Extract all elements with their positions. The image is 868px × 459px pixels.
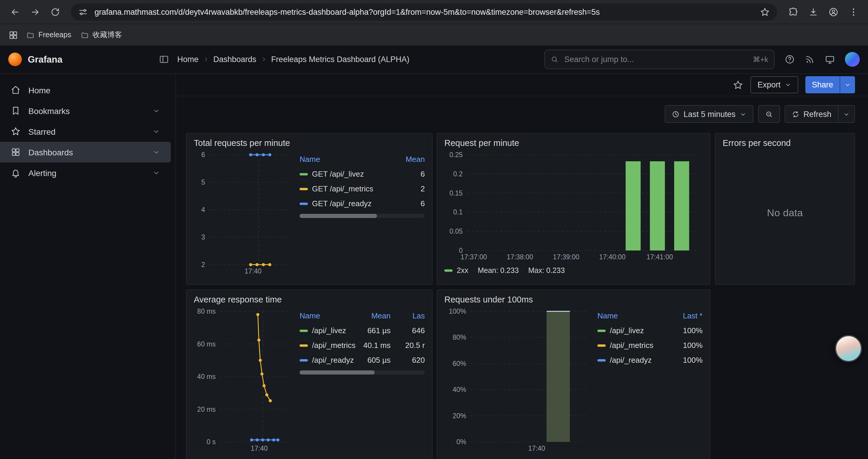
chevron-down-icon[interactable] bbox=[152, 148, 160, 156]
reload-button[interactable] bbox=[46, 3, 64, 21]
requests-under-100ms-chart[interactable]: 100%80%60%40%20%0%17:40 bbox=[444, 307, 591, 453]
legend-row[interactable]: GET /api/_readyz6 bbox=[300, 196, 425, 211]
sidebar-item-label: Dashboards bbox=[28, 147, 73, 157]
legend-row[interactable]: /api/_readyz100% bbox=[597, 353, 703, 367]
svg-text:60%: 60% bbox=[453, 360, 466, 367]
url-input[interactable] bbox=[93, 7, 754, 17]
help-icon[interactable] bbox=[785, 54, 795, 64]
back-button[interactable] bbox=[6, 3, 24, 21]
legend-row[interactable]: /api/_metrics100% bbox=[597, 338, 703, 353]
user-circle-icon bbox=[828, 7, 838, 17]
chevron-down-icon bbox=[844, 81, 851, 88]
panel-title: Total requests per minute bbox=[194, 138, 425, 148]
legend-row[interactable]: /api/_readyz605 µs620 bbox=[300, 353, 425, 367]
svg-text:100%: 100% bbox=[449, 307, 466, 315]
legend-row[interactable]: GET /api/_livez6 bbox=[300, 167, 425, 182]
grafana-logo-icon[interactable] bbox=[8, 53, 22, 66]
monitor-icon[interactable] bbox=[825, 54, 835, 64]
requests-per-minute-chart[interactable]: 0.250.20.150.10.05017:37:0017:38:0017:39… bbox=[444, 151, 703, 264]
total-requests-chart[interactable]: 6543217:40 bbox=[194, 151, 294, 276]
forward-button[interactable] bbox=[26, 3, 44, 21]
profile-button[interactable] bbox=[824, 3, 842, 21]
arrow-right-icon bbox=[30, 7, 40, 17]
refresh-interval-button[interactable] bbox=[838, 105, 855, 123]
apps-grid-icon[interactable] bbox=[8, 30, 18, 40]
svg-text:0.05: 0.05 bbox=[450, 227, 463, 235]
chevron-down-icon bbox=[843, 111, 850, 117]
svg-text:60 ms: 60 ms bbox=[197, 340, 216, 348]
sidebar-item-bookmarks[interactable]: Bookmarks bbox=[0, 100, 171, 121]
svg-text:17:39:00: 17:39:00 bbox=[553, 253, 579, 261]
chevron-down-icon[interactable] bbox=[152, 107, 160, 114]
legend-stat: Max: 0.233 bbox=[528, 266, 565, 275]
breadcrumb-item[interactable]: Home bbox=[177, 55, 198, 64]
requests-under-100ms-legend: NameLast */api/_livez100%/api/_metrics10… bbox=[597, 307, 703, 453]
dashboard-main: Export Share Last 5 minutes bbox=[176, 74, 868, 459]
chevron-right-icon bbox=[203, 56, 209, 63]
panel-average-response-time: Average response time 80 ms60 ms40 ms20 … bbox=[186, 290, 433, 459]
search-icon bbox=[551, 56, 558, 63]
svg-text:80 ms: 80 ms bbox=[197, 307, 216, 315]
sidebar-item-home[interactable]: Home bbox=[0, 80, 171, 100]
time-range-button[interactable]: Last 5 minutes bbox=[665, 105, 753, 123]
sidebar-item-label: Alerting bbox=[28, 168, 56, 177]
panel-requests-per-minute: Request per minute 0.250.20.150.10.05017… bbox=[437, 133, 710, 285]
site-controls-icon[interactable] bbox=[78, 7, 88, 17]
svg-text:3: 3 bbox=[201, 233, 205, 241]
svg-text:17:37:00: 17:37:00 bbox=[461, 253, 487, 261]
panel-requests-under-100ms: Requests under 100ms 100%80%60%40%20%0%1… bbox=[437, 290, 710, 459]
legend-row[interactable]: GET /api/_metrics2 bbox=[300, 182, 425, 196]
breadcrumb-item[interactable]: Dashboards bbox=[213, 55, 256, 64]
legend-header[interactable]: NameMean bbox=[300, 152, 425, 167]
export-button[interactable]: Export bbox=[750, 76, 798, 93]
legend-row[interactable]: /api/_livez100% bbox=[597, 323, 703, 338]
svg-text:17:40: 17:40 bbox=[528, 445, 546, 452]
floating-assistant-avatar[interactable] bbox=[835, 335, 862, 362]
rss-icon[interactable] bbox=[805, 54, 815, 64]
chevron-right-icon bbox=[260, 56, 267, 63]
sidebar-item-starred[interactable]: Starred bbox=[0, 121, 171, 142]
export-label: Export bbox=[757, 80, 780, 89]
legend-scrollbar[interactable] bbox=[300, 370, 425, 374]
sidebar-item-label: Starred bbox=[28, 127, 56, 136]
omnibox[interactable] bbox=[71, 3, 777, 21]
bookmark-folder[interactable]: Freeleaps bbox=[27, 30, 71, 40]
bookmark-label: Freeleaps bbox=[38, 31, 71, 39]
zoom-out-button[interactable] bbox=[758, 105, 780, 123]
bookmark-star-icon[interactable] bbox=[760, 7, 770, 17]
legend-header[interactable]: NameLast * bbox=[597, 308, 703, 323]
legend-row[interactable]: /api/_livez661 µs646 bbox=[300, 323, 425, 338]
search-box[interactable]: ⌘+k bbox=[544, 50, 775, 69]
legend-scrollbar[interactable] bbox=[300, 214, 425, 218]
downloads-button[interactable] bbox=[804, 3, 822, 21]
panel-title: Errors per second bbox=[723, 138, 847, 148]
bookmark-label: 收藏博客 bbox=[92, 30, 122, 40]
search-input[interactable] bbox=[563, 54, 748, 64]
legend-series[interactable]: 2xx bbox=[444, 266, 468, 275]
browser-menu-button[interactable] bbox=[844, 3, 862, 21]
refresh-button[interactable]: Refresh bbox=[784, 105, 838, 123]
sidebar-item-alerting[interactable]: Alerting bbox=[0, 162, 171, 183]
breadcrumb-item[interactable]: Freeleaps Metrics Dashboard (ALPHA) bbox=[271, 55, 409, 64]
refresh-split-button: Refresh bbox=[784, 105, 855, 123]
panel-title: Request per minute bbox=[444, 138, 703, 148]
user-avatar[interactable] bbox=[845, 52, 860, 67]
svg-text:0.25: 0.25 bbox=[450, 151, 463, 159]
bookmark-folder[interactable]: 收藏博客 bbox=[81, 30, 122, 40]
legend-header[interactable]: NameMeanLas bbox=[300, 308, 425, 323]
legend-row[interactable]: /api/_metrics40.1 ms20.5 r bbox=[300, 338, 425, 353]
chevron-down-icon[interactable] bbox=[152, 169, 160, 177]
svg-text:0.2: 0.2 bbox=[453, 170, 463, 178]
share-button[interactable]: Share bbox=[805, 76, 840, 93]
favorite-dashboard-button[interactable] bbox=[733, 79, 743, 90]
sidebar-toggle-icon[interactable] bbox=[159, 54, 169, 64]
extensions-button[interactable] bbox=[784, 3, 802, 21]
browser-toolbar bbox=[0, 0, 868, 24]
average-response-time-chart[interactable]: 80 ms60 ms40 ms20 ms0 s17:40 bbox=[194, 307, 294, 453]
brand-title: Grafana bbox=[28, 54, 62, 65]
share-menu-button[interactable] bbox=[840, 76, 855, 93]
grafana-body: HomeBookmarksStarredDashboardsAlerting E… bbox=[0, 74, 868, 459]
sidebar-item-dashboards[interactable]: Dashboards bbox=[0, 142, 171, 162]
chevron-down-icon[interactable] bbox=[152, 128, 160, 135]
zoom-out-icon bbox=[765, 110, 773, 118]
